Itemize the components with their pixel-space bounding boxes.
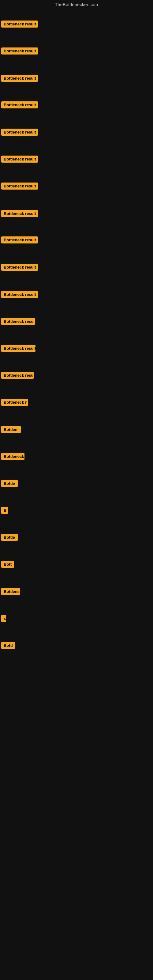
bottleneck-badge-5[interactable]: Bottleneck result [1,129,38,137]
bottleneck-badge-2[interactable]: Bottleneck result [1,48,38,56]
bottleneck-badge-18[interactable]: Bottle [1,480,18,488]
bottleneck-badge-24[interactable]: Bottl [1,642,15,650]
badge-label-11: Bottleneck result [1,291,38,298]
bottleneck-badge-3[interactable]: Bottleneck result [1,75,38,83]
badge-label-10: Bottleneck result [1,264,38,271]
badge-label-2: Bottleneck result [1,48,38,54]
badge-label-7: Bottleneck result [1,183,38,189]
bottleneck-badge-8[interactable]: Bottleneck result [1,210,38,218]
badge-label-9: Bottleneck result [1,236,38,243]
bottleneck-badge-7[interactable]: Bottleneck result [1,183,38,191]
bottleneck-badge-23[interactable]: s [1,615,6,623]
bottleneck-badge-15[interactable]: Bottleneck r [1,399,28,407]
badge-label-17: Bottleneck [1,453,24,460]
bottleneck-badge-17[interactable]: Bottleneck [1,453,24,461]
site-title-bar: TheBottlenecker.com [0,0,153,9]
bottleneck-badge-21[interactable]: Bott [1,561,14,569]
bottleneck-badge-1[interactable]: Bottleneck result [1,21,38,29]
site-title: TheBottlenecker.com [55,0,98,9]
bottleneck-badge-16[interactable]: Bottlen [1,426,21,434]
bottleneck-badge-20[interactable]: Bottle [1,534,18,542]
badge-label-8: Bottleneck result [1,210,38,217]
badge-label-5: Bottleneck result [1,129,38,136]
badge-label-1: Bottleneck result [1,21,38,27]
bottleneck-badge-13[interactable]: Bottleneck result [1,345,35,353]
badge-label-22: Bottlens [1,588,20,595]
badge-label-13: Bottleneck result [1,345,35,352]
badge-label-16: Bottlen [1,426,21,433]
bottleneck-badge-14[interactable]: Bottleneck resu [1,372,33,380]
bottleneck-badge-4[interactable]: Bottleneck result [1,101,38,110]
bottleneck-badge-12[interactable]: Bottleneck resu [1,318,35,326]
badges-container: Bottleneck resultBottleneck resultBottle… [0,9,153,980]
badge-label-14: Bottleneck resu [1,372,33,379]
bottleneck-badge-22[interactable]: Bottlens [1,588,20,596]
bottleneck-badge-9[interactable]: Bottleneck result [1,236,38,245]
bottleneck-badge-10[interactable]: Bottleneck result [1,264,38,272]
badge-label-18: Bottle [1,480,18,487]
badge-label-19: B [1,507,8,514]
bottleneck-badge-6[interactable]: Bottleneck result [1,156,38,164]
badge-label-20: Bottle [1,534,18,541]
badge-label-15: Bottleneck r [1,399,28,406]
badge-label-23: s [1,615,6,622]
badge-label-6: Bottleneck result [1,156,38,162]
bottleneck-badge-19[interactable]: B [1,507,8,515]
badge-label-21: Bott [1,561,14,568]
badge-label-12: Bottleneck resu [1,318,35,325]
bottleneck-badge-11[interactable]: Bottleneck result [1,291,38,299]
badge-label-3: Bottleneck result [1,75,38,82]
badge-label-4: Bottleneck result [1,101,38,108]
badge-label-24: Bottl [1,642,15,649]
